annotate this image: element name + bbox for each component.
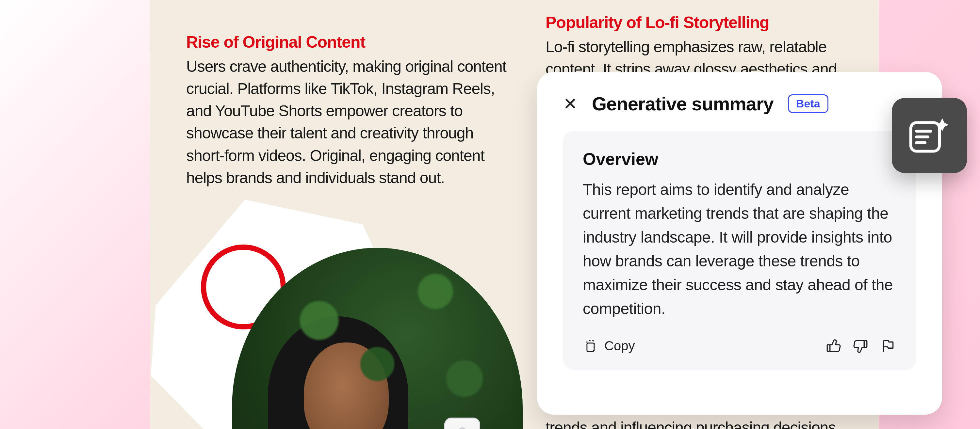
summary-tool-button[interactable]: [892, 98, 967, 173]
section-rise-of-original: Rise of Original Content Users crave aut…: [186, 33, 513, 189]
section-heading: Rise of Original Content: [186, 33, 513, 52]
copy-icon: [583, 339, 597, 353]
summary-actions-row: Copy: [583, 338, 896, 354]
smartphone: [444, 418, 480, 429]
section-heading: Popularity of Lo-fi Storytelling: [546, 13, 843, 32]
flag-icon[interactable]: [880, 338, 896, 354]
thumbs-down-icon[interactable]: [853, 338, 869, 354]
summary-card: Overview This report aims to identify an…: [563, 131, 916, 370]
face: [304, 343, 389, 429]
illustration-woman-phone: [186, 212, 513, 429]
thumbs-up-icon[interactable]: [825, 338, 842, 354]
summary-header: ✕ Generative summary Beta: [563, 93, 916, 114]
beta-badge: Beta: [788, 94, 829, 113]
generative-summary-panel: ✕ Generative summary Beta Overview This …: [537, 72, 942, 415]
summary-title: Generative summary: [592, 93, 773, 114]
phone-hand: [431, 414, 490, 429]
svg-rect-1: [827, 345, 830, 352]
hair: [268, 316, 408, 429]
svg-rect-2: [864, 340, 867, 347]
summary-sparkle-icon: [907, 113, 952, 158]
person: [248, 297, 451, 429]
doc-left-column: Rise of Original Content Users crave aut…: [186, 13, 513, 429]
close-icon[interactable]: ✕: [563, 95, 578, 112]
overview-heading: Overview: [583, 149, 896, 169]
section-body: Users crave authenticity, making origina…: [186, 56, 513, 189]
copy-button[interactable]: Copy: [583, 338, 635, 353]
overview-body: This report aims to identify and analyze…: [583, 178, 896, 321]
copy-label: Copy: [605, 338, 635, 353]
